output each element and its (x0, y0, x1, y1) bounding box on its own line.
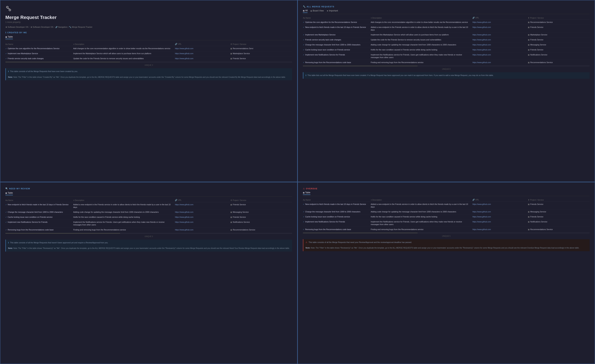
table-row[interactable]: ✓ Removing bugs from the Recommendations… (5, 227, 292, 232)
tab-table-tl[interactable]: ▦ Table (5, 35, 13, 39)
proj-text-1: Marketplace Service (233, 52, 250, 55)
cell-url-5[interactable]: https://www.github.com (472, 47, 528, 52)
proj-text-1: Messaging Service (530, 210, 546, 213)
cell-url-3[interactable]: https://www.github.com (472, 37, 528, 42)
cell-url-1[interactable]: https://www.github.com (175, 51, 230, 56)
table-row[interactable]: ✓ Optimise the core algorithm for the Re… (5, 46, 292, 51)
cell-url-1[interactable]: https://www.github.com (472, 209, 528, 214)
cell-url-6[interactable]: https://www.github.com (472, 52, 528, 60)
proj-text-3: Notifications Service (233, 221, 250, 223)
scroll-thumb-tl (5, 62, 120, 62)
cell-url-2[interactable]: https://www.github.com (175, 215, 230, 220)
cell-proj-1: ▦ Friends Service (528, 25, 590, 32)
cell-name-1: ✓ Change the message character limit fro… (303, 209, 371, 214)
cell-name-4: ✓ Change the message character limit fro… (303, 42, 371, 47)
cell-url-3[interactable]: https://www.github.com (472, 219, 528, 227)
table-icon-br: ▦ (303, 192, 305, 194)
cell-proj-3: ▦ Friends Service (528, 37, 590, 42)
table-row[interactable]: ✓ Change the message character limit fro… (303, 209, 590, 214)
tab-bar-tl: ▦ Table (5, 35, 292, 41)
proj-icon-2: ▦ (230, 216, 232, 219)
cell-proj-2: ▦ Friends Service (230, 56, 292, 61)
table-row[interactable]: ✓ Optimise the core algorithm for the Re… (303, 20, 590, 25)
cell-url-7[interactable]: https://www.github.com (472, 60, 528, 65)
table-row[interactable]: ✓ New endpoint to fetch friends made in … (5, 202, 292, 210)
breadcrumb-item-3[interactable]: 🔗 Navigation / (55, 26, 68, 28)
cell-url-2[interactable]: https://www.github.com (472, 214, 528, 219)
unique-count-bl: UNIQUE 5 (5, 234, 292, 237)
proj-text-6: Notifications Service (530, 54, 547, 56)
table-row[interactable]: ✓ Cache locking issue race condition on … (303, 47, 590, 52)
section-header-need-review: 🔍 NEED MY REVIEW (5, 187, 292, 190)
proj-text-3: Notifications Service (530, 220, 547, 223)
row-name-text-1: Implement new Marketplace Service (8, 52, 38, 55)
cell-url-1[interactable]: https://www.github.com (175, 210, 230, 215)
table-icon-tr: ▦ (303, 10, 305, 12)
cell-url-2[interactable]: https://www.github.com (175, 56, 230, 61)
cell-desc-2: Implement the Marketplace Service which … (371, 32, 472, 37)
cell-url-2[interactable]: https://www.github.com (472, 32, 528, 37)
col-header-proj-br: ⬆ Project / Service (528, 198, 590, 202)
row-status-icon-0: ✓ (303, 21, 304, 24)
col-header-name-br: Aa Name (303, 198, 371, 202)
table-row[interactable]: ✓ Removing bugs from the Recommendations… (303, 60, 590, 65)
cell-proj-0: ▦ Recommendations Servi (230, 46, 292, 51)
cell-desc-1: Implement the Marketplace Service which … (73, 51, 175, 56)
info-box-bl: ℹ This table consists of all the Merge R… (5, 240, 292, 252)
table-row[interactable]: ✓ Implement new Notifications Service fo… (5, 220, 292, 227)
breadcrumb-item-1[interactable]: 🖥 Software Developer OS (5, 26, 28, 28)
table-row[interactable]: ✓ Implement new Marketplace Service Impl… (5, 51, 292, 56)
table-row[interactable]: ✓ New endpoint to fetch friends made in … (303, 25, 590, 32)
col-header-url-br: 🔗 URL (472, 198, 528, 202)
cell-url-0[interactable]: https://www.github.com (175, 46, 230, 51)
proj-text-1: Friends Service (530, 26, 543, 29)
cell-name-0: ✓ Optimise the core algorithm for the Re… (303, 20, 371, 25)
proj-text-3: Friends Service (530, 38, 543, 41)
tab-all-tr[interactable]: ▦ All (303, 9, 308, 13)
table-row[interactable]: ✓ Implement new Marketplace Service Impl… (303, 32, 590, 37)
table-row[interactable]: ✓ Friends service security task code cha… (303, 37, 590, 42)
scroll-bar-br (303, 233, 590, 233)
cell-proj-6: ▦ Notifications Service (528, 52, 590, 60)
cell-name-3: ✓ Implement new Notifications Service fo… (303, 219, 371, 227)
row-name-text-1: New endpoint to fetch friends made in th… (305, 26, 366, 29)
row-status-icon-1: ✓ (5, 52, 7, 55)
cell-url-1[interactable]: https://www.github.com (472, 25, 528, 32)
cell-url-0[interactable]: https://www.github.com (175, 202, 230, 210)
proj-text-5: Friends Service (530, 48, 543, 51)
info-circle-icon: ℹ (5, 31, 6, 34)
row-name-text-0: New endpoint to fetch friends made in th… (305, 203, 366, 206)
breadcrumb-item-2[interactable]: 🖥 Software Developer OS (30, 26, 54, 28)
cell-name-4: ✓ Removing bugs from the Recommendations… (5, 227, 73, 232)
row-status-icon-4: ✓ (303, 44, 304, 46)
table-row[interactable]: ✓ Change the message character limit fro… (303, 42, 590, 47)
cell-proj-3: ▦ Notifications Service (528, 219, 590, 227)
tab-board-tr[interactable]: ▤ Board View (310, 9, 324, 13)
table-row[interactable]: ✓ Removing bugs from the Recommendations… (303, 227, 590, 232)
tab-table-bl[interactable]: ▦ Table (5, 192, 13, 195)
cell-url-0[interactable]: https://www.github.com (472, 202, 528, 209)
table-row[interactable]: ✓ Implement new Notifications Service fo… (303, 219, 590, 227)
table-row[interactable]: ✓ Cache locking issue race condition on … (5, 215, 292, 220)
proj-icon-1: ▦ (528, 26, 530, 29)
cell-url-3[interactable]: https://www.github.com (175, 220, 230, 227)
table-row[interactable]: ✓ Cache locking issue race condition on … (303, 214, 590, 219)
all-mr-table: Aa Name ≡ Description 🔗 URL ⬆ Project / … (303, 16, 590, 65)
table-row[interactable]: ✓ Implement new Notifications Service fo… (303, 52, 590, 60)
col-header-proj-tr: ⬆ Project / Service (528, 16, 590, 20)
cell-url-4[interactable]: https://www.github.com (472, 227, 528, 232)
breadcrumb-item-4[interactable]: 🔧 Merge Request Tracker (69, 26, 92, 28)
tab-important-tr[interactable]: ★ Important (327, 9, 338, 13)
cell-url-4[interactable]: https://www.github.com (175, 227, 230, 232)
table-row[interactable]: ✓ New endpoint to fetch friends made in … (303, 202, 590, 209)
cell-url-0[interactable]: https://www.github.com (472, 20, 528, 25)
tab-table-br[interactable]: ▦ Table (303, 191, 310, 195)
table-row[interactable]: ✓ Change the message character limit fro… (5, 210, 292, 215)
board-icon-tr: ▤ (310, 10, 312, 12)
proj-icon-3: ▦ (230, 221, 232, 223)
merge-icon-tr: 🔧 (303, 5, 305, 8)
table-row[interactable]: ✓ Friends service security task code cha… (5, 56, 292, 61)
section-title-overdue: OVERDUE (306, 187, 318, 190)
cell-url-4[interactable]: https://www.github.com (472, 42, 528, 47)
section-header-all-mr: 🔧 ALL MERGE REQUESTS (303, 5, 590, 8)
